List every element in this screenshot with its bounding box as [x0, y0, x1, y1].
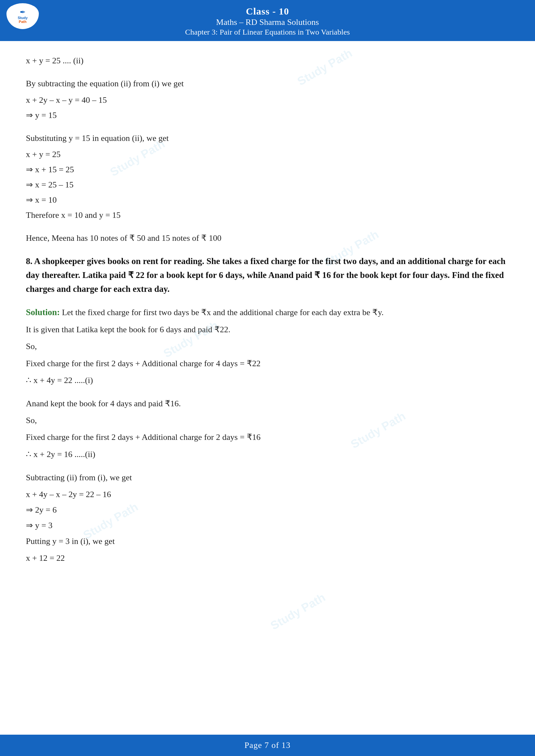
solution-8: Solution: Let the fixed charge for first…	[26, 305, 509, 565]
page-header: ✒ Study Path Class - 10 Maths – RD Sharm…	[0, 0, 535, 41]
solution-math4: ⇒ 2y = 6	[26, 503, 509, 517]
solution-para4: Fixed charge for the first 2 days + Addi…	[26, 357, 509, 371]
question-8-body: A shopkeeper gives books on rent for rea…	[26, 256, 506, 294]
subtract-para: By subtracting the equation (ii) from (i…	[26, 77, 509, 91]
sub-math1: x + y = 25	[26, 148, 509, 162]
conclusion-text: Hence, Meena has 10 notes of ₹ 50 and 15…	[26, 231, 509, 245]
subtract-math1: x + 2y – x – y = 40 – 15	[26, 94, 509, 107]
solution-para3: So,	[26, 339, 509, 354]
solution-para1-text: Let the fixed charge for first two days …	[60, 308, 383, 317]
solution-para8: Subtracting (ii) from (i), we get	[26, 471, 509, 485]
logo-text-study: Study	[18, 16, 28, 20]
pen-icon: ✒	[20, 9, 26, 16]
solution-para6: So,	[26, 413, 509, 428]
solution-math6: x + 12 = 22	[26, 551, 509, 565]
solution-para5: Anand kept the book for 4 days and paid …	[26, 396, 509, 411]
question-8-text: 8. A shopkeeper gives books on rent for …	[26, 255, 509, 296]
page-number: Page 7 of 13	[244, 741, 291, 750]
solution-math5: ⇒ y = 3	[26, 519, 509, 533]
sub-para1: Substituting y = 15 in equation (ii), we…	[26, 132, 509, 146]
solution-label: Solution:	[26, 308, 60, 317]
section-substitute: Substituting y = 15 in equation (ii), we…	[26, 132, 509, 222]
sub-math2: ⇒ x + 15 = 25	[26, 163, 509, 177]
solution-math2: ∴ x + 2y = 16 .....(ii)	[26, 447, 509, 462]
solution-para7: Fixed charge for the first 2 days + Addi…	[26, 430, 509, 445]
section-xy25: x + y = 25 .... (ii)	[26, 54, 509, 68]
logo-text-path: Path	[19, 20, 27, 24]
solution-para2: It is given that Latika kept the book fo…	[26, 323, 509, 337]
main-content: x + y = 25 .... (ii) By subtracting the …	[0, 41, 535, 735]
subtract-math2: ⇒ y = 15	[26, 109, 509, 122]
sub-math3: ⇒ x = 25 – 15	[26, 178, 509, 192]
page-footer: Page 7 of 13	[0, 735, 535, 756]
solution-para9: Putting y = 3 in (i), we get	[26, 534, 509, 549]
sub-math4: ⇒ x = 10	[26, 193, 509, 207]
eq-xy25: x + y = 25 .... (ii)	[26, 54, 509, 68]
question-8-number: 8.	[26, 256, 32, 266]
logo-circle: ✒ Study Path	[7, 3, 39, 29]
sub-math5: Therefore x = 10 and y = 15	[26, 208, 509, 222]
header-chapter: Chapter 3: Pair of Linear Equations in T…	[7, 28, 528, 37]
solution-math1: ∴ x + 4y = 22 .....(i)	[26, 373, 509, 388]
header-subject: Maths – RD Sharma Solutions	[7, 17, 528, 27]
page-wrapper: ✒ Study Path Class - 10 Maths – RD Sharm…	[0, 0, 535, 756]
solution-math3: x + 4y – x – 2y = 22 – 16	[26, 487, 509, 501]
section-subtract: By subtracting the equation (ii) from (i…	[26, 77, 509, 122]
solution-para1: Solution: Let the fixed charge for first…	[26, 305, 509, 320]
section-conclusion: Hence, Meena has 10 notes of ₹ 50 and 15…	[26, 231, 509, 245]
header-class: Class - 10	[7, 6, 528, 17]
logo: ✒ Study Path	[7, 3, 42, 29]
question-8: 8. A shopkeeper gives books on rent for …	[26, 255, 509, 296]
